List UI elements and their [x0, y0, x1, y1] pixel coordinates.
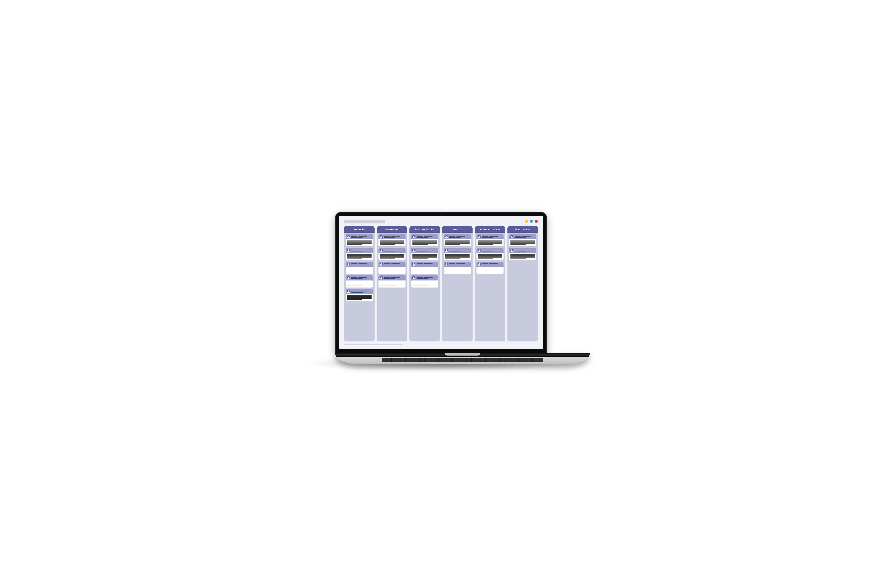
column-header[interactable]: Pré-matriculado	[475, 226, 505, 232]
kanban-column-inscrito: Inscrito	[442, 226, 472, 341]
card-title-lines	[417, 236, 437, 238]
person-icon	[412, 235, 416, 238]
laptop-mockup: PotencialInteressadoInscrito ParcialInsc…	[294, 212, 588, 376]
title-placeholder	[344, 220, 386, 224]
card-body	[411, 267, 438, 274]
column-header[interactable]: Interessado	[377, 226, 407, 232]
column-header[interactable]: Matriculado	[507, 226, 538, 232]
kanban-card[interactable]	[444, 248, 471, 260]
camera-dot	[440, 214, 442, 215]
card-header	[477, 248, 504, 253]
column-body	[344, 232, 375, 303]
window-dot-minimize[interactable]	[525, 220, 528, 223]
person-icon	[478, 235, 481, 238]
card-header	[444, 262, 471, 267]
laptop-lid: PotencialInteressadoInscrito ParcialInsc…	[335, 212, 547, 354]
card-body	[346, 294, 373, 301]
card-title-lines	[351, 291, 372, 292]
card-title-lines	[449, 263, 470, 265]
card-header	[346, 248, 373, 253]
kanban-card[interactable]	[346, 289, 373, 301]
kanban-card[interactable]	[477, 262, 504, 274]
card-title-lines	[482, 263, 502, 265]
window-dot-zoom[interactable]	[530, 220, 533, 223]
person-icon	[380, 262, 383, 266]
kanban-card[interactable]	[378, 248, 406, 260]
column-header[interactable]: Potencial	[344, 226, 375, 232]
card-title-lines	[351, 277, 372, 279]
person-icon	[347, 276, 350, 279]
kanban-card[interactable]	[378, 262, 406, 274]
app-screen: PotencialInteressadoInscrito ParcialInsc…	[339, 216, 543, 349]
person-icon	[478, 249, 481, 252]
card-header	[378, 262, 406, 267]
kanban-card[interactable]	[477, 234, 504, 246]
kanban-column-inscrito-parcial: Inscrito Parcial	[410, 226, 440, 341]
person-icon	[347, 290, 350, 293]
card-body	[378, 253, 406, 260]
card-header	[509, 234, 536, 239]
kanban-card[interactable]	[477, 248, 504, 260]
card-body	[346, 267, 373, 274]
card-body	[444, 239, 471, 246]
kanban-card[interactable]	[346, 248, 373, 260]
laptop-base	[335, 353, 590, 364]
column-body	[507, 232, 538, 262]
kanban-card[interactable]	[509, 234, 536, 246]
card-header	[477, 234, 504, 239]
kanban-card[interactable]	[378, 275, 406, 288]
kanban-column-interessado: Interessado	[377, 226, 407, 341]
card-header	[411, 248, 438, 253]
card-title-lines	[482, 250, 502, 252]
person-icon	[380, 249, 383, 252]
card-title-lines	[514, 236, 535, 238]
card-title-lines	[384, 263, 405, 265]
kanban-board: PotencialInteressadoInscrito ParcialInsc…	[344, 226, 538, 341]
kanban-card[interactable]	[346, 262, 373, 274]
card-body	[378, 280, 406, 288]
kanban-card[interactable]	[378, 234, 406, 246]
window-dot-close[interactable]	[535, 220, 538, 223]
person-icon	[347, 262, 350, 266]
card-body	[378, 239, 406, 246]
card-title-lines	[351, 250, 372, 252]
card-body	[477, 239, 504, 246]
person-icon	[380, 235, 383, 238]
kanban-card[interactable]	[411, 234, 438, 246]
card-header	[378, 248, 406, 253]
kanban-card[interactable]	[411, 248, 438, 260]
window-controls	[525, 220, 538, 223]
card-header	[444, 248, 471, 253]
person-icon	[347, 249, 350, 252]
card-header	[346, 262, 373, 267]
person-icon	[412, 262, 416, 266]
kanban-card[interactable]	[444, 234, 471, 246]
person-icon	[445, 249, 448, 252]
card-header	[411, 234, 438, 239]
card-body	[378, 267, 406, 274]
column-body	[377, 232, 407, 289]
person-icon	[445, 262, 448, 266]
kanban-card[interactable]	[509, 248, 536, 260]
card-header	[378, 275, 406, 280]
kanban-card[interactable]	[444, 262, 471, 274]
column-header[interactable]: Inscrito	[442, 226, 472, 232]
card-body	[346, 239, 373, 246]
column-body	[410, 232, 440, 289]
card-header	[346, 275, 373, 280]
card-body	[509, 239, 536, 246]
card-title-lines	[449, 250, 470, 252]
column-body	[442, 232, 472, 275]
card-header	[509, 248, 536, 253]
card-header	[411, 275, 438, 280]
card-title-lines	[417, 277, 437, 279]
kanban-card[interactable]	[346, 234, 373, 246]
kanban-card[interactable]	[411, 275, 438, 288]
laptop: PotencialInteressadoInscrito ParcialInsc…	[335, 212, 547, 364]
kanban-card[interactable]	[346, 275, 373, 288]
card-title-lines	[351, 263, 372, 265]
column-header[interactable]: Inscrito Parcial	[410, 226, 440, 232]
kanban-card[interactable]	[411, 262, 438, 274]
card-header	[378, 234, 406, 239]
card-body	[477, 267, 504, 274]
